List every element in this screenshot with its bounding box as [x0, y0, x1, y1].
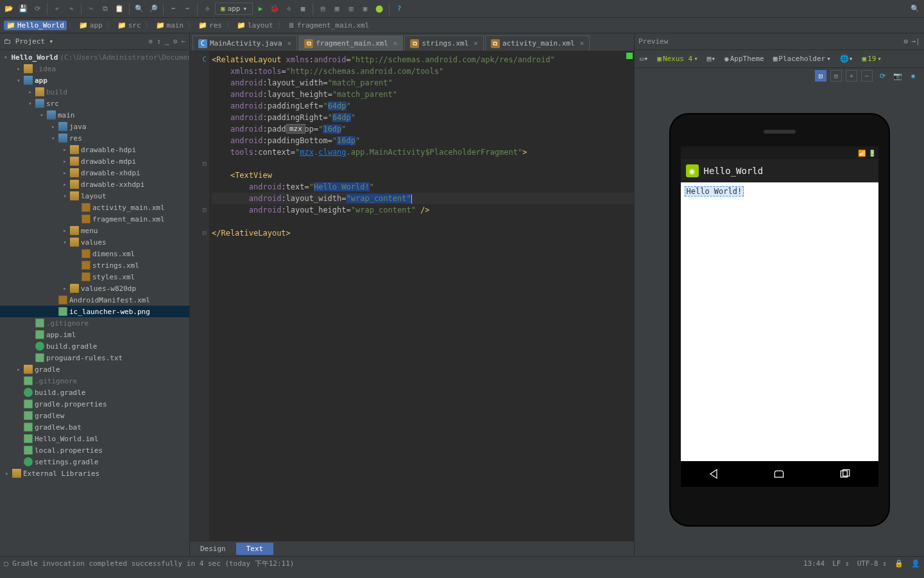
tree-item[interactable]: ▾main — [0, 109, 189, 121]
tree-item[interactable]: styles.xml — [0, 271, 189, 283]
locale-icon[interactable]: 🌐▾ — [837, 53, 856, 64]
gear-icon[interactable]: ⚙ — [903, 37, 908, 46]
tab-design[interactable]: Design — [190, 543, 236, 555]
attach-icon[interactable]: ⎆ — [282, 3, 295, 15]
tree-item[interactable]: app.iml — [0, 329, 189, 340]
orientation-icon[interactable]: ▭▾ — [637, 53, 651, 64]
tree-item[interactable]: gradlew.bat — [0, 421, 189, 433]
tree-item[interactable]: ▸.idea — [0, 63, 189, 74]
run-config-select[interactable]: ▣app ▾ — [215, 3, 253, 15]
find-icon[interactable]: 🔍 — [133, 3, 146, 15]
search-icon[interactable]: 🔍 — [909, 3, 921, 15]
zoom-actual-icon[interactable]: ⊞ — [830, 70, 842, 82]
redo-icon[interactable]: ↷ — [65, 3, 78, 15]
tree-item[interactable]: local.properties — [0, 444, 189, 456]
tree-item[interactable]: ▾src — [0, 98, 189, 109]
scroll-to-icon[interactable]: ↕ — [157, 37, 161, 46]
editor-tab[interactable]: ⧉strings.xml× — [404, 35, 483, 51]
theme-select[interactable]: ◉ AppTheme — [722, 53, 767, 64]
debug-icon[interactable]: 🐞 — [268, 3, 281, 15]
tree-item[interactable]: ▸drawable-mdpi — [0, 155, 189, 167]
tree-item[interactable]: ▸drawable-xhdpi — [0, 167, 189, 179]
tree-item[interactable]: ▾res — [0, 132, 189, 144]
android-icon[interactable]: ⬤ — [373, 3, 386, 15]
tree-item[interactable]: dimens.xml — [0, 248, 189, 259]
tree-item[interactable]: strings.xml — [0, 259, 189, 271]
close-icon[interactable]: × — [287, 39, 292, 48]
tree-item[interactable]: proguard-rules.txt — [0, 352, 189, 363]
stop-icon[interactable]: ■ — [296, 3, 309, 15]
build-icon[interactable]: ⎆ — [201, 3, 214, 15]
status-encoding[interactable]: UTF-8 ⇕ — [857, 559, 887, 568]
tree-item[interactable]: settings.gradle — [0, 456, 189, 468]
editor-tab[interactable]: ⧉fragment_main.xml× — [298, 35, 403, 51]
crumb-res[interactable]: 📁 res — [196, 21, 225, 30]
tree-item[interactable]: gradle.properties — [0, 398, 189, 410]
screenshot-icon[interactable]: 📷 — [892, 70, 903, 82]
tree-item[interactable]: Hello_World.iml — [0, 433, 189, 444]
close-icon[interactable]: × — [474, 39, 478, 48]
tree-item[interactable]: fragment_main.xml — [0, 213, 189, 225]
monitor-icon[interactable]: ▣ — [359, 3, 372, 15]
project-tree[interactable]: ▾Hello_World (C:\Users\Administrator\Doc… — [0, 50, 189, 556]
hector-icon[interactable]: 👤 — [911, 559, 920, 568]
forward-icon[interactable]: ➡ — [181, 3, 194, 15]
crumb-main[interactable]: 📁 main — [153, 21, 187, 30]
zoom-out-icon[interactable]: − — [861, 70, 873, 82]
cut-icon[interactable]: ✂ — [85, 3, 98, 15]
crumb-app[interactable]: 📁 app — [76, 21, 105, 30]
close-icon[interactable]: × — [580, 39, 585, 48]
tree-item[interactable]: gradlew — [0, 410, 189, 421]
settings-preview-icon[interactable]: ✱ — [907, 70, 919, 82]
ddms-icon[interactable]: ▥ — [345, 3, 357, 15]
tree-item[interactable]: ▸build — [0, 86, 189, 98]
tree-item[interactable]: ▸gradle — [0, 363, 189, 375]
config-icon[interactable]: ▤▾ — [705, 53, 718, 64]
tree-item[interactable]: .gitignore — [0, 317, 189, 329]
layout-canvas[interactable]: Hello World! — [681, 182, 878, 461]
minimize-icon[interactable]: ← — [181, 37, 185, 46]
undo-icon[interactable]: ↶ — [51, 3, 64, 15]
editor-tab[interactable]: ⧉activity_main.xml× — [485, 35, 590, 51]
zoom-fit-icon[interactable]: ⊡ — [815, 70, 826, 82]
editor-tab[interactable]: CMainActivity.java× — [193, 35, 297, 51]
tree-item[interactable]: build.gradle — [0, 340, 189, 352]
hide-icon[interactable]: ⎯ — [165, 37, 169, 46]
save-icon[interactable]: 💾 — [17, 3, 30, 15]
tree-item[interactable]: activity_main.xml — [0, 202, 189, 213]
replace-icon[interactable]: 🔎 — [147, 3, 160, 15]
status-lf[interactable]: LF ⇕ — [832, 559, 850, 568]
help-icon[interactable]: ? — [393, 3, 406, 15]
tree-item[interactable]: ▾values — [0, 236, 189, 248]
tree-item[interactable]: ic_launcher-web.png — [0, 306, 189, 317]
refresh-icon[interactable]: ⟳ — [877, 70, 888, 82]
tab-text[interactable]: Text — [236, 543, 274, 555]
tree-item[interactable]: ▸java — [0, 121, 189, 132]
hide-preview-icon[interactable]: →| — [912, 37, 920, 46]
tree-item[interactable]: ▸menu — [0, 225, 189, 236]
tree-item[interactable]: ▾layout — [0, 190, 189, 202]
copy-icon[interactable]: ⧉ — [99, 3, 112, 15]
fragment-select[interactable]: ▦ Placeholder▾ — [771, 53, 834, 64]
textview[interactable]: Hello World! — [685, 186, 744, 197]
tree-item[interactable]: ▾app — [0, 74, 189, 86]
collapse-icon[interactable]: ⊕ — [149, 37, 153, 46]
close-icon[interactable]: × — [393, 39, 398, 48]
run-icon[interactable]: ▶ — [254, 3, 267, 15]
paste-icon[interactable]: 📋 — [113, 3, 126, 15]
lock-icon[interactable]: 🔒 — [894, 559, 903, 568]
tree-item[interactable]: build.gradle — [0, 387, 189, 398]
tree-item[interactable]: .gitignore — [0, 375, 189, 387]
tree-item[interactable]: ▸values-w820dp — [0, 283, 189, 294]
code-editor[interactable]: <RelativeLayout xmlns:android="http://sc… — [209, 51, 634, 541]
crumb-root[interactable]: 📁 Hello_World — [4, 21, 67, 30]
back-icon[interactable]: ⬅ — [167, 3, 180, 15]
sync-icon[interactable]: ⟳ — [31, 3, 44, 15]
tree-item[interactable]: ▾Hello_World (C:\Users\Administrator\Doc… — [0, 51, 189, 63]
tree-item[interactable]: ▸External Libraries — [0, 468, 189, 479]
device-select[interactable]: ▣ Nexus 4▾ — [654, 53, 701, 64]
sdk-icon[interactable]: ▦ — [330, 3, 343, 15]
tree-item[interactable]: ▸drawable-xxhdpi — [0, 179, 189, 190]
tree-item[interactable]: ▸drawable-hdpi — [0, 144, 189, 155]
open-icon[interactable]: 📂 — [3, 3, 15, 15]
